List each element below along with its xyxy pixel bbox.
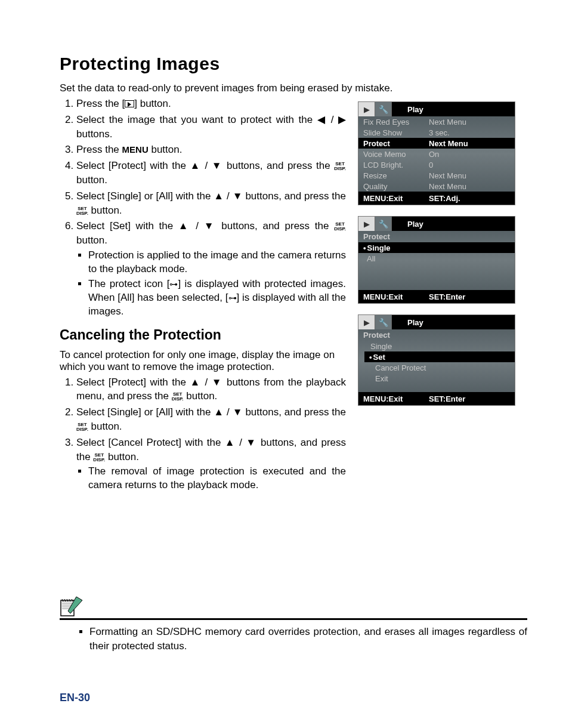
item-sub-single: Single (358, 341, 515, 351)
camera-screen-1: ▶ 🔧 Play Fix Red EyesNext Menu Slide Sho… (358, 101, 515, 205)
row-fixredeyes: Fix Red Eyes (363, 118, 429, 127)
protect-key-icon: ⊶ (169, 279, 178, 289)
screen3-title: Play (392, 315, 515, 329)
footer-set-enter: SET:Enter (429, 394, 510, 403)
intro-text: Set the data to read-only to prevent ima… (60, 82, 527, 94)
protect-steps: Press the [] button. Select the image th… (72, 97, 346, 319)
notepad-icon (60, 596, 84, 617)
item-all: All (358, 253, 515, 264)
footer-set-adj: SET:Adj. (429, 194, 510, 203)
screen1-title: Play (392, 102, 515, 116)
row-lcdbright: LCD Bright. (363, 161, 429, 169)
step-4: Select [Protect] with the ▲ / ▼ buttons,… (76, 159, 346, 187)
step-6: Select [Set] with the ▲ / ▼ buttons, and… (76, 219, 346, 318)
set-disp-icon: SETDISP. (172, 392, 184, 402)
step-2: Select the image that you want to protec… (76, 113, 346, 141)
tab-setup-icon: 🔧 (375, 102, 392, 116)
set-disp-icon: SETDISP. (76, 422, 88, 432)
bullet-a1: Protection is applied to the image and t… (88, 249, 346, 276)
note-text: Formatting an SD/SDHC memory card overri… (89, 625, 527, 653)
screen2-heading: Protect (358, 231, 515, 242)
set-disp-icon: SETDISP. (76, 206, 88, 216)
row-voicememo: Voice Memo (363, 150, 429, 159)
camera-screen-3: ▶ 🔧 Play Protect Single Set Cancel Prote… (358, 314, 515, 406)
step-1: Press the [] button. (76, 97, 346, 111)
row-slideshow: Slide Show (363, 128, 429, 137)
set-disp-icon: SETDISP. (334, 222, 346, 232)
item-exit: Exit (358, 373, 515, 384)
step-3: Press the MENU button. (76, 143, 346, 157)
bullet-b1: The removal of image protection is execu… (88, 465, 346, 492)
play-icon (125, 100, 134, 107)
row-quality: Quality (363, 182, 429, 191)
cstep-2: Select [Single] or [All] with the ▲ / ▼ … (76, 405, 346, 434)
item-cancel-protect: Cancel Protect (358, 362, 515, 373)
row-protect: Protect (363, 139, 429, 148)
row-resize: Resize (363, 171, 429, 180)
menu-label: MENU (122, 144, 149, 155)
screen3-heading: Protect (358, 329, 515, 341)
cstep-3: Select [Cancel Protect] with the ▲ / ▼ b… (76, 436, 346, 492)
tab-setup-icon: 🔧 (375, 217, 392, 231)
tab-play-icon: ▶ (358, 315, 375, 329)
footer-menu-exit: MENU:Exit (363, 194, 429, 203)
tab-play-icon: ▶ (358, 217, 375, 231)
cancel-heading: Canceling the Protection (60, 327, 346, 343)
footer-menu-exit: MENU:Exit (363, 292, 429, 301)
bullet-a2: The protect icon [⊶] is displayed with p… (88, 277, 346, 319)
item-set: Set (364, 351, 515, 362)
cancel-intro: To cancel protection for only one image,… (60, 349, 346, 373)
footer-set-enter: SET:Enter (429, 292, 510, 301)
set-disp-icon: SETDISP. (93, 453, 105, 462)
tab-play-icon: ▶ (358, 102, 375, 116)
set-disp-icon: SETDISP. (334, 162, 346, 171)
footer-menu-exit: MENU:Exit (363, 394, 429, 403)
page-title: Protecting Images (60, 54, 527, 74)
protect-key-icon: ⊶ (228, 293, 237, 303)
camera-screen-2: ▶ 🔧 Play Protect Single All MENU:ExitSET… (358, 216, 515, 304)
tab-setup-icon: 🔧 (375, 315, 392, 329)
cancel-steps: Select [Protect] with the ▲ / ▼ buttons … (72, 375, 346, 493)
page-number: EN-30 (60, 692, 90, 704)
item-single: Single (358, 242, 515, 253)
note-divider (60, 618, 527, 620)
screen2-title: Play (392, 217, 515, 231)
step-5: Select [Single] or [All] with the ▲ / ▼ … (76, 189, 346, 218)
cstep-1: Select [Protect] with the ▲ / ▼ buttons … (76, 375, 346, 404)
